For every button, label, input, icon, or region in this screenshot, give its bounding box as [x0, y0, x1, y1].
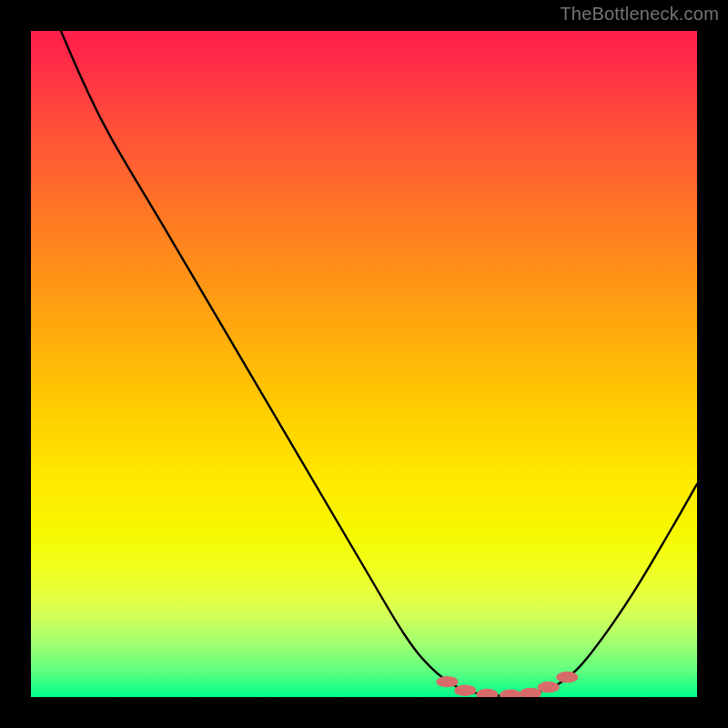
optimal-marker: [520, 688, 541, 697]
optimal-marker: [437, 676, 459, 687]
plot-area: [31, 31, 697, 697]
optimal-marker: [500, 690, 521, 697]
optimal-marker: [538, 682, 560, 693]
plot-svg: [31, 31, 697, 697]
optimal-marker: [556, 672, 578, 682]
watermark-text: TheBottleneck.com: [560, 4, 719, 25]
bottleneck-curve: [61, 31, 697, 696]
optimal-marker: [454, 684, 476, 695]
chart-container: TheBottleneck.com: [0, 0, 728, 728]
optimal-region-markers: [437, 672, 579, 697]
optimal-marker: [476, 689, 498, 697]
